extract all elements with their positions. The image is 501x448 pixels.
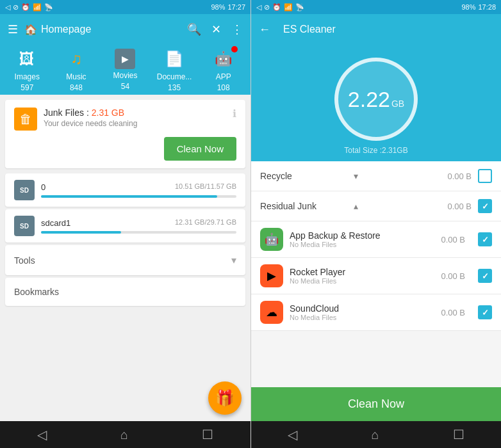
recycle-size: 0.00 B <box>447 172 472 181</box>
tools-item[interactable]: Tools ▾ <box>5 245 245 275</box>
more-icon[interactable]: ⋮ <box>231 22 243 36</box>
fab-gift-button[interactable]: 🎁 <box>208 381 242 415</box>
right-back-icon[interactable]: ← <box>259 23 270 36</box>
homepage-title: 🏠 Homepage <box>24 24 181 36</box>
movies-count: 54 <box>121 82 129 91</box>
left-wifi: 📶 <box>33 3 42 12</box>
es-cleaner-title: ES Cleaner <box>283 24 493 35</box>
storage-bar-fill-sdcard1 <box>41 231 121 234</box>
movies-label: Movies <box>113 71 137 80</box>
clean-now-button-left[interactable]: Clean Now <box>164 137 236 161</box>
right-list: Recycle ▾ 0.00 B Residual Junk ▴ 0.00 B … <box>251 161 501 387</box>
right-alarm: ⏰ <box>272 3 281 12</box>
right-recents-button[interactable]: ☐ <box>453 427 464 442</box>
residual-junk-checkbox[interactable] <box>478 199 492 213</box>
junk-title: Junk Files : 2.31 GB <box>44 108 226 118</box>
recycle-checkbox[interactable] <box>478 169 492 183</box>
bookmarks-item[interactable]: Bookmarks <box>5 278 245 306</box>
recycle-label: Recycle <box>260 171 350 181</box>
category-documents[interactable]: 📄 Docume... 135 <box>155 47 193 92</box>
recycle-row[interactable]: Recycle ▾ 0.00 B <box>251 161 501 191</box>
documents-label: Docume... <box>157 72 192 81</box>
app-backup-item[interactable]: 🤖 App Backup & Restore No Media Files 0.… <box>251 221 501 258</box>
music-count: 848 <box>70 83 83 92</box>
rocket-player-item[interactable]: ▶ Rocket Player No Media Files 0.00 B <box>251 258 501 294</box>
storage-name-sdcard1: sdcard1 <box>41 218 70 228</box>
hamburger-icon[interactable]: ☰ <box>8 22 18 36</box>
gift-icon: 🎁 <box>215 389 234 407</box>
soundcloud-size: 0.00 B <box>441 308 465 317</box>
rocket-player-name: Rocket Player <box>290 267 434 277</box>
left-nav-bar: ☰ 🏠 Homepage 🔍 ✕ ⋮ <box>0 14 250 45</box>
tools-chevron: ▾ <box>231 254 236 266</box>
residual-junk-chevron: ▴ <box>354 201 358 211</box>
right-back-button[interactable]: ◁ <box>288 427 297 442</box>
rocket-player-sub: No Media Files <box>290 277 434 285</box>
circle-unit: GB <box>391 99 404 109</box>
right-status-bar: ◁ ⊘ ⏰ 📶 📡 98% 17:28 <box>251 0 501 14</box>
storage-info-sdcard1: sdcard1 12.31 GB/29.71 GB <box>41 218 236 234</box>
left-battery: 98% <box>211 3 225 11</box>
right-no-sim: ⊘ <box>264 3 270 12</box>
left-status-left: ◁ ⊘ ⏰ 📶 📡 <box>5 3 53 12</box>
right-panel: ◁ ⊘ ⏰ 📶 📡 98% 17:28 ← ES Cleaner 2.22 GB… <box>251 0 501 448</box>
left-time: 17:27 <box>227 3 245 11</box>
junk-info-icon[interactable]: ℹ <box>233 108 236 120</box>
left-status-right: 98% 17:27 <box>211 3 245 11</box>
residual-junk-row[interactable]: Residual Junk ▴ 0.00 B <box>251 191 501 221</box>
recents-button[interactable]: ☐ <box>202 427 213 442</box>
category-images[interactable]: 🖼 Images 597 <box>8 47 46 92</box>
clean-now-button-right[interactable]: Clean Now <box>251 387 501 421</box>
home-button[interactable]: ⌂ <box>120 428 128 442</box>
home-icon: 🏠 <box>24 24 37 36</box>
left-status-bar: ◁ ⊘ ⏰ 📶 📡 98% 17:27 <box>0 0 250 14</box>
rocket-player-size: 0.00 B <box>441 271 465 281</box>
music-icon: ♫ <box>65 47 88 70</box>
storage-bar-bg-0 <box>41 195 236 198</box>
junk-files-card: 🗑 Junk Files : 2.31 GB Your device needs… <box>5 100 245 168</box>
storage-name-0: 0 <box>41 182 45 192</box>
category-app[interactable]: 🤖 APP 108 <box>204 47 243 92</box>
soundcloud-checkbox[interactable] <box>478 305 492 319</box>
nav-icons-group: 🔍 ✕ ⋮ <box>187 22 243 36</box>
sd-icon-0: SD <box>14 180 35 200</box>
category-movies[interactable]: ▶ Movies 54 <box>106 49 144 91</box>
storage-row-0: SD 0 10.51 GB/11.57 GB <box>14 180 236 200</box>
app-backup-checkbox[interactable] <box>478 232 492 246</box>
storage-card-sdcard1[interactable]: SD sdcard1 12.31 GB/29.71 GB <box>5 209 245 243</box>
right-status-right: 98% 17:28 <box>461 3 496 11</box>
junk-header: 🗑 Junk Files : 2.31 GB Your device needs… <box>14 108 236 131</box>
app-backup-size: 0.00 B <box>441 235 465 244</box>
rocket-player-checkbox[interactable] <box>478 269 492 283</box>
left-content-area: 🗑 Junk Files : 2.31 GB Your device needs… <box>0 95 250 421</box>
left-bottom-nav: ◁ ⌂ ☐ <box>0 421 250 448</box>
left-screen: ◁ ⊘ ⏰ 📶 📡 98% 17:27 ☰ 🏠 Homepage 🔍 ✕ ⋮ <box>0 0 250 448</box>
back-button[interactable]: ◁ <box>37 427 47 442</box>
movies-icon: ▶ <box>115 49 135 69</box>
soundcloud-item[interactable]: ☁ SoundCloud No Media Files 0.00 B <box>251 294 501 331</box>
documents-icon: 📄 <box>163 47 186 70</box>
storage-bar-fill-0 <box>41 195 217 198</box>
category-music[interactable]: ♫ Music 848 <box>57 47 95 92</box>
rocket-player-icon: ▶ <box>260 264 283 287</box>
residual-junk-label: Residual Junk <box>260 201 350 211</box>
right-status-left: ◁ ⊘ ⏰ 📶 📡 <box>256 3 304 12</box>
right-signal: 📡 <box>295 3 304 12</box>
images-label: Images <box>15 72 40 81</box>
residual-junk-size: 0.00 B <box>447 202 472 211</box>
left-panel: ◁ ⊘ ⏰ 📶 📡 98% 17:27 ☰ 🏠 Homepage 🔍 ✕ ⋮ <box>0 0 250 448</box>
search-icon[interactable]: 🔍 <box>187 22 201 36</box>
tools-label: Tools <box>14 255 35 266</box>
rocket-player-info: Rocket Player No Media Files <box>290 267 434 285</box>
trash-icon: 🗑 <box>14 108 37 131</box>
images-icon: 🖼 <box>15 47 38 70</box>
storage-circle: 2.22 GB <box>334 58 418 141</box>
storage-card-0[interactable]: SD 0 10.51 GB/11.57 GB <box>5 173 245 207</box>
left-back-arrow: ◁ <box>5 3 10 12</box>
right-home-button[interactable]: ⌂ <box>371 428 379 442</box>
close-icon[interactable]: ✕ <box>211 22 221 36</box>
app-backup-info: App Backup & Restore No Media Files <box>290 230 434 248</box>
storage-info-0: 0 10.51 GB/11.57 GB <box>41 182 236 198</box>
right-back-arrow-status: ◁ <box>256 3 261 12</box>
storage-row-sdcard1: SD sdcard1 12.31 GB/29.71 GB <box>14 216 236 236</box>
